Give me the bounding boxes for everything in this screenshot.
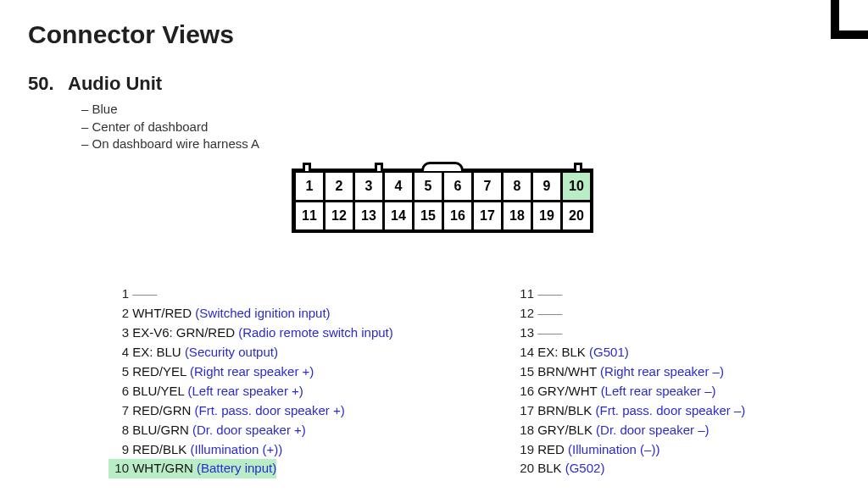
pin-2: 2	[324, 171, 354, 202]
pinout-line-11: 11 ——	[514, 286, 561, 301]
pin-15: 15	[413, 201, 443, 231]
pin-number: 17	[514, 401, 534, 421]
pin-9: 9	[531, 171, 562, 202]
pinout-row: 7 RED/GRN (Frt. pass. door speaker +)	[108, 401, 514, 421]
wire-color: WHT/RED	[132, 306, 195, 320]
wire-color: EX: BLK	[537, 345, 589, 359]
pin-number: 15	[514, 362, 534, 382]
page-title: Connector Views	[28, 20, 234, 49]
connector-key	[375, 163, 383, 171]
connector-key	[303, 163, 311, 171]
pinout-column-right: 11 ——12 ——13 ——14 EX: BLK (G501)15 BRN/W…	[514, 285, 836, 478]
pin-16: 16	[442, 201, 473, 231]
pinout-line-7: 7 RED/GRN (Frt. pass. door speaker +)	[108, 403, 345, 417]
pin-empty-dash: ——	[132, 286, 156, 301]
pinout-row: 16 GRY/WHT (Left rear speaker –)	[514, 382, 836, 401]
pinout-line-14: 14 EX: BLK (G501)	[514, 345, 629, 359]
pin-1: 1	[294, 171, 325, 202]
wire-color: GRY/WHT	[537, 384, 600, 398]
pin-function: (Illumination (+))	[191, 442, 283, 456]
wire-color: BLU/YEL	[132, 384, 187, 398]
pin-number: 14	[514, 343, 534, 362]
pinout-row: 12 ——	[514, 304, 836, 323]
connector-diagram: 12345678910 11121314151617181920	[292, 169, 593, 233]
pin-14: 14	[383, 201, 414, 231]
pinout-line-1: 1 ——	[108, 286, 156, 301]
pin-function: (Radio remote switch input)	[238, 325, 393, 340]
pinout-row: 18 GRY/BLK (Dr. door speaker –)	[514, 421, 836, 440]
pinout-column-left: 1 ——2 WHT/RED (Switched ignition input)3…	[108, 285, 514, 478]
pin-function: (Left rear speaker –)	[601, 384, 716, 398]
pin-empty-dash: ——	[537, 286, 561, 301]
pinout-line-9: 9 RED/BLK (Illumination (+))	[108, 442, 282, 456]
section-number: 50.	[28, 73, 54, 95]
pin-number: 2	[108, 304, 129, 323]
desc-line: – On dashboard wire harness A	[81, 135, 259, 153]
pin-number: 7	[108, 401, 129, 421]
pinout-table: 1 ——2 WHT/RED (Switched ignition input)3…	[108, 285, 836, 478]
wire-color: WHT/GRN	[132, 461, 197, 475]
pin-18: 18	[502, 201, 532, 231]
pin-number: 5	[108, 362, 129, 382]
pinout-line-19: 19 RED (Illumination (–))	[514, 442, 659, 456]
pin-4: 4	[383, 171, 414, 202]
pin-function: (G502)	[565, 461, 605, 475]
pinout-row: 15 BRN/WHT (Right rear speaker –)	[514, 362, 836, 382]
pinout-line-8: 8 BLU/GRN (Dr. door speaker +)	[108, 423, 306, 437]
pin-number: 13	[514, 323, 534, 343]
pinout-row: 11 ——	[514, 285, 836, 304]
wire-color: EX-V6: GRN/RED	[132, 325, 238, 340]
pin-function: (G501)	[589, 345, 629, 359]
pinout-row: 20 BLK (G502)	[514, 459, 836, 478]
pin-function: (Switched ignition input)	[195, 306, 330, 320]
pinout-row: 2 WHT/RED (Switched ignition input)	[108, 304, 514, 323]
pinout-line-5: 5 RED/YEL (Right rear speaker +)	[108, 364, 314, 379]
pin-function: (Frt. pass. door speaker +)	[195, 403, 345, 417]
pin-function: (Frt. pass. door speaker –)	[596, 403, 746, 417]
pinout-line-15: 15 BRN/WHT (Right rear speaker –)	[514, 364, 724, 379]
pinout-line-13: 13 ——	[514, 325, 561, 340]
wire-color: RED	[537, 442, 568, 456]
pin-19: 19	[531, 201, 562, 231]
pinout-line-18: 18 GRY/BLK (Dr. door speaker –)	[514, 423, 709, 437]
pinout-line-3: 3 EX-V6: GRN/RED (Radio remote switch in…	[108, 325, 393, 340]
pinout-row: 17 BRN/BLK (Frt. pass. door speaker –)	[514, 401, 836, 421]
wire-color: GRY/BLK	[537, 423, 596, 437]
wire-color: BLU/GRN	[132, 423, 192, 437]
pinout-line-10: 10 WHT/GRN (Battery input)	[108, 459, 276, 478]
pinout-line-6: 6 BLU/YEL (Left rear speaker +)	[108, 384, 303, 398]
pin-function: (Illumination (–))	[568, 442, 659, 456]
pin-8: 8	[502, 171, 532, 202]
pinout-row: 6 BLU/YEL (Left rear speaker +)	[108, 382, 514, 401]
pinout-row: 9 RED/BLK (Illumination (+))	[108, 440, 514, 460]
pin-13: 13	[353, 201, 384, 231]
wire-color: EX: BLU	[132, 345, 185, 359]
pinout-row: 13 ——	[514, 323, 836, 343]
pinout-row: 4 EX: BLU (Security output)	[108, 343, 514, 362]
pin-number: 20	[514, 459, 534, 478]
pinout-row: 10 WHT/GRN (Battery input)	[108, 459, 514, 478]
pin-10: 10	[561, 171, 592, 202]
pin-11: 11	[294, 201, 325, 231]
pin-number: 10	[108, 459, 129, 478]
pin-empty-dash: ——	[537, 325, 561, 340]
pin-number: 8	[108, 421, 129, 440]
pin-6: 6	[442, 171, 473, 202]
wire-color: RED/BLK	[132, 442, 190, 456]
wire-color: RED/YEL	[132, 364, 190, 379]
pin-row-top: 12345678910	[294, 171, 591, 201]
pin-3: 3	[353, 171, 384, 202]
pin-function: (Dr. door speaker –)	[596, 423, 709, 437]
section-title: Audio Unit	[68, 73, 162, 95]
pin-number: 9	[108, 440, 129, 460]
pinout-row: 3 EX-V6: GRN/RED (Radio remote switch in…	[108, 323, 514, 343]
pin-number: 12	[514, 304, 534, 323]
pin-empty-dash: ——	[537, 306, 561, 320]
wire-color: BLK	[537, 461, 565, 475]
pin-function: (Dr. door speaker +)	[192, 423, 306, 437]
desc-line: – Blue	[81, 101, 259, 119]
pin-number: 16	[514, 382, 534, 401]
pin-row-bottom: 11121314151617181920	[294, 201, 591, 230]
pinout-row: 1 ——	[108, 285, 514, 304]
pin-17: 17	[472, 201, 503, 231]
